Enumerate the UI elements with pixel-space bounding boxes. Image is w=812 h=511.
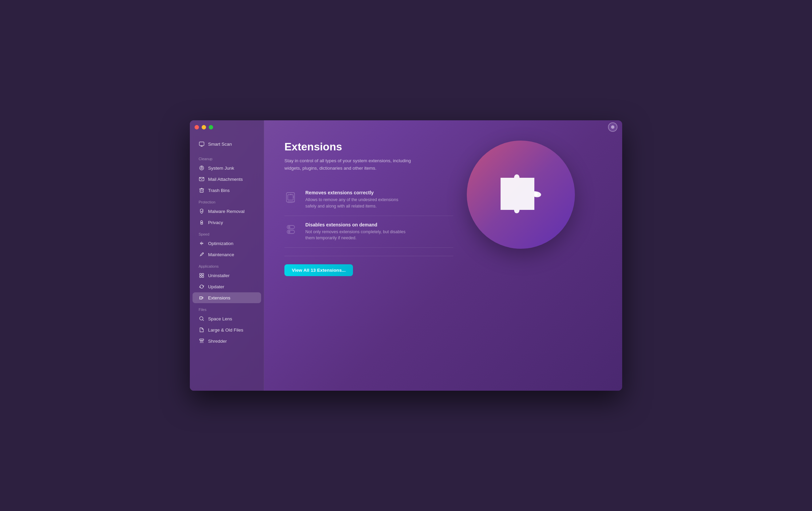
- section-label-protection: Protection: [190, 196, 264, 205]
- uninstaller-icon: [199, 272, 205, 278]
- svg-rect-0: [199, 142, 204, 146]
- svg-point-25: [200, 317, 203, 320]
- section-label-cleanup: Cleanup: [190, 153, 264, 162]
- svg-rect-21: [200, 273, 201, 275]
- sidebar-item-maintenance[interactable]: Maintenance: [193, 249, 261, 260]
- privacy-label: Privacy: [208, 220, 223, 225]
- feature-list: Removes extensions correctly Allows to r…: [284, 184, 453, 248]
- malware-removal-label: Malware Removal: [208, 209, 245, 214]
- disables-icon: [284, 222, 299, 237]
- svg-point-38: [288, 230, 290, 233]
- svg-rect-24: [202, 276, 204, 277]
- large-files-icon: [199, 327, 205, 333]
- feature-disables-title: Disables extensions on demand: [305, 222, 407, 227]
- large-old-files-label: Large & Old Files: [208, 327, 243, 333]
- maintenance-icon: [199, 251, 205, 258]
- puzzle-graphic: [494, 168, 548, 222]
- svg-point-36: [288, 226, 290, 228]
- smart-scan-icon: [199, 141, 205, 147]
- privacy-icon: [199, 219, 205, 225]
- svg-rect-22: [202, 273, 204, 275]
- sidebar-item-privacy[interactable]: Privacy: [193, 217, 261, 228]
- svg-line-26: [203, 320, 204, 321]
- feature-item-removes: Removes extensions correctly Allows to r…: [284, 184, 453, 216]
- extensions-sidebar-icon: [199, 295, 205, 301]
- view-all-extensions-button[interactable]: View All 13 Extensions...: [284, 264, 353, 276]
- updater-label: Updater: [208, 284, 224, 289]
- feature-text-removes: Removes extensions correctly Allows to r…: [305, 190, 407, 210]
- space-lens-icon: [199, 316, 205, 322]
- page-subtitle: Stay in control of all types of your sys…: [284, 157, 413, 172]
- app-window: Smart Scan Cleanup System Junk Mail A: [190, 120, 622, 391]
- shredder-label: Shredder: [208, 339, 227, 344]
- mail-icon: [199, 176, 205, 182]
- optimization-label: Optimization: [208, 241, 233, 246]
- svg-rect-32: [288, 195, 293, 200]
- trash-bins-label: Trash Bins: [208, 188, 230, 193]
- smart-scan-label: Smart Scan: [208, 142, 232, 147]
- sidebar-item-large-old-files[interactable]: Large & Old Files: [193, 324, 261, 335]
- trash-icon: [199, 187, 205, 193]
- mail-attachments-label: Mail Attachments: [208, 177, 243, 182]
- feature-item-disables: Disables extensions on demand Not only r…: [284, 216, 453, 248]
- title-bar: [190, 120, 622, 134]
- maintenance-label: Maintenance: [208, 252, 234, 257]
- avatar-button[interactable]: [608, 122, 617, 132]
- svg-point-4: [201, 167, 203, 169]
- section-label-applications: Applications: [190, 260, 264, 270]
- feature-disables-desc: Not only removes extensions completely, …: [305, 229, 407, 242]
- content-right: [467, 141, 575, 249]
- sidebar-item-space-lens[interactable]: Space Lens: [193, 313, 261, 324]
- space-lens-label: Space Lens: [208, 316, 232, 321]
- sidebar-item-shredder[interactable]: Shredder: [193, 336, 261, 346]
- sidebar-item-malware-removal[interactable]: Malware Removal: [193, 206, 261, 217]
- section-label-files: Files: [190, 303, 264, 313]
- optimization-icon: [199, 240, 205, 246]
- svg-rect-27: [200, 339, 204, 340]
- sidebar-item-optimization[interactable]: Optimization: [193, 238, 261, 249]
- sidebar-item-uninstaller[interactable]: Uninstaller: [193, 270, 261, 281]
- close-button[interactable]: [195, 125, 199, 129]
- svg-rect-23: [200, 276, 201, 277]
- system-junk-label: System Junk: [208, 166, 234, 171]
- feature-removes-title: Removes extensions correctly: [305, 190, 407, 195]
- sidebar-item-mail-attachments[interactable]: Mail Attachments: [193, 174, 261, 185]
- removes-icon: [284, 190, 299, 205]
- minimize-button[interactable]: [202, 125, 206, 129]
- extensions-label: Extensions: [208, 295, 230, 300]
- feature-removes-desc: Allows to remove any of the undesired ex…: [305, 197, 407, 210]
- updater-icon: [199, 284, 205, 290]
- sidebar-item-updater[interactable]: Updater: [193, 281, 261, 292]
- sidebar-item-smart-scan[interactable]: Smart Scan: [193, 139, 261, 149]
- feature-text-disables: Disables extensions on demand Not only r…: [305, 222, 407, 242]
- svg-line-30: [203, 340, 203, 343]
- puzzle-circle: [467, 141, 575, 249]
- maximize-button[interactable]: [209, 125, 213, 129]
- content-left: Extensions Stay in control of all types …: [284, 141, 453, 276]
- svg-line-13: [202, 211, 203, 212]
- shredder-icon: [199, 338, 205, 344]
- title-bar-right: [608, 122, 617, 132]
- sidebar-item-system-junk[interactable]: System Junk: [193, 163, 261, 173]
- malware-icon: [199, 208, 205, 214]
- section-label-speed: Speed: [190, 228, 264, 238]
- sidebar-item-extensions[interactable]: Extensions: [193, 292, 261, 303]
- sidebar-item-trash-bins[interactable]: Trash Bins: [193, 185, 261, 196]
- page-title: Extensions: [284, 141, 453, 153]
- divider: [284, 256, 453, 256]
- traffic-lights: [195, 125, 213, 129]
- svg-line-28: [200, 340, 201, 343]
- uninstaller-label: Uninstaller: [208, 273, 230, 278]
- svg-rect-7: [200, 189, 203, 192]
- system-junk-icon: [199, 165, 205, 171]
- sidebar: Smart Scan Cleanup System Junk Mail A: [190, 120, 264, 391]
- content-area: Extensions Stay in control of all types …: [284, 141, 602, 276]
- main-content: Extensions Stay in control of all types …: [264, 120, 622, 391]
